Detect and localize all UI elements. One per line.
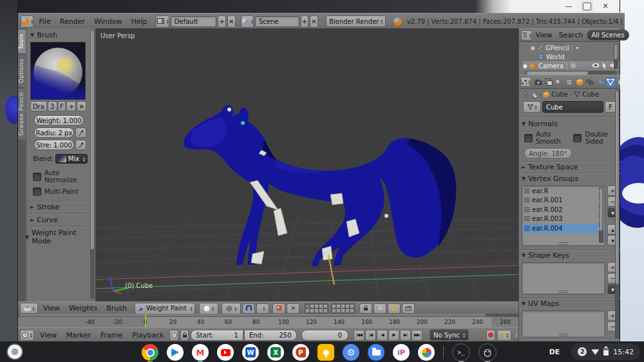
jump-to-end-button[interactable]: ▶▶|	[412, 330, 422, 341]
chrome-icon[interactable]	[142, 344, 158, 361]
pivot-point-select[interactable]: ▴▾	[222, 303, 241, 314]
vertex-groups-panel-header[interactable]: ▼Vertex Groups	[519, 173, 620, 184]
layers-group-2[interactable]	[331, 303, 355, 314]
launcher-button[interactable]	[6, 343, 23, 360]
keyboard-layout-indicator[interactable]: DE	[544, 345, 565, 359]
vertex-group-row[interactable]: ear.R.003	[522, 214, 605, 224]
brush-delete-button[interactable]: ✕	[77, 101, 86, 111]
shape-keys-list[interactable]	[522, 262, 605, 294]
tab-object[interactable]	[575, 77, 585, 87]
linux-terminal-icon[interactable]	[478, 343, 497, 361]
powerpoint-icon[interactable]: P	[292, 344, 309, 361]
next-keyframe-button[interactable]: ▶|	[400, 330, 411, 341]
vertex-group-row[interactable]: ear.R.002	[522, 205, 605, 214]
brush-users-count[interactable]: 3	[48, 101, 57, 111]
minimize-button[interactable]: —	[564, 1, 574, 12]
system-tray[interactable]: 2 15:42	[571, 343, 640, 360]
menu-render[interactable]: Render	[56, 17, 89, 26]
menu-marker[interactable]: Marker	[62, 331, 95, 339]
layers-group-1[interactable]	[305, 303, 328, 314]
outliner-display-filter[interactable]: All Scenes	[587, 30, 629, 41]
screen-layout-name-field[interactable]: Default	[171, 16, 216, 27]
uv-maps-list[interactable]	[522, 310, 605, 338]
menu-help[interactable]: Help	[127, 17, 151, 26]
tab-constraints[interactable]	[585, 77, 595, 87]
end-frame-field[interactable]: End:250	[244, 330, 297, 341]
jump-to-start-button[interactable]: |◀◀	[354, 330, 365, 341]
tab-data[interactable]	[606, 77, 616, 87]
menu-frame[interactable]: Frame	[97, 331, 126, 339]
menu-file[interactable]: File	[35, 17, 54, 26]
tab-world[interactable]	[565, 77, 574, 87]
editor-type-properties-button[interactable]: ▴▾	[520, 77, 531, 87]
auto-smooth-checkbox[interactable]	[524, 134, 533, 142]
stroke-panel-header[interactable]: ►Stroke	[28, 202, 89, 213]
outliner-v-scrollbar[interactable]	[614, 43, 618, 69]
disclosure-icon[interactable]: ●	[523, 63, 527, 69]
tab-grease-pencil[interactable]: Grease Pencil	[18, 88, 26, 139]
tab-render-layers[interactable]	[544, 77, 554, 87]
youtube-icon[interactable]	[217, 344, 234, 361]
auto-keyframe-toggle[interactable]	[486, 330, 495, 341]
brush-panel-header[interactable]: ▼Brush	[28, 30, 89, 41]
uv-maps-panel-header[interactable]: ▼UV Maps	[519, 298, 620, 309]
lock-camera-toggle[interactable]	[359, 303, 372, 314]
brush-add-button[interactable]: +	[66, 101, 76, 111]
scene-delete-button[interactable]: ✕	[310, 15, 318, 28]
brush-fake-user-button[interactable]: F	[58, 101, 66, 111]
timeline-ruler[interactable]: -40-20 020 4060 80100 120140 160180 2002…	[18, 314, 518, 327]
auto-normalize-checkbox[interactable]	[33, 173, 41, 181]
outliner-item-world[interactable]: World	[523, 52, 620, 61]
mesh-name-field[interactable]: Cube	[542, 101, 603, 113]
play-button[interactable]: ▶	[388, 330, 399, 341]
files-icon[interactable]	[368, 344, 384, 361]
snap-toggle[interactable]	[242, 303, 255, 314]
layer-cell[interactable]	[305, 304, 310, 309]
start-frame-field[interactable]: Start:1	[191, 330, 243, 341]
menu-view[interactable]: View	[39, 304, 64, 312]
word-icon[interactable]: W	[242, 344, 259, 361]
prev-keyframe-button[interactable]: |◀	[365, 330, 376, 341]
vgroup-scrollbar[interactable]	[599, 187, 603, 243]
tab-scene[interactable]	[554, 77, 564, 87]
double-sided-checkbox[interactable]	[573, 134, 582, 142]
brush-name-button[interactable]: Dra	[30, 101, 47, 111]
play-reverse-button[interactable]: ◀	[377, 330, 388, 341]
opengl-render-anim-button[interactable]	[287, 303, 299, 314]
outliner-item-camera[interactable]: ● Camera |	[523, 61, 620, 70]
close-button[interactable]: ✕	[600, 1, 611, 12]
tab-tools[interactable]: Tools	[18, 30, 26, 53]
scene-name-field[interactable]: Scene	[255, 16, 299, 27]
selectability-cursor-icon[interactable]	[602, 62, 607, 69]
vertex-group-row[interactable]: ear.R.001	[522, 196, 605, 205]
weight-paint-mode-panel-header[interactable]: ▼Weight Paint Mode	[23, 227, 89, 247]
tab-options[interactable]: Options	[18, 55, 26, 87]
breadcrumb-context-icon[interactable]	[531, 91, 537, 98]
shape-keys-panel-header[interactable]: ▼Shape Keys	[519, 250, 620, 261]
tab-modifiers[interactable]	[596, 77, 605, 87]
infinite-painter-icon[interactable]: iP	[393, 344, 410, 361]
multi-paint-checkbox[interactable]	[33, 187, 41, 196]
manipulator-toggle[interactable]	[374, 303, 386, 314]
properties-scrollbar[interactable]	[615, 90, 620, 339]
menu-window[interactable]: Window	[90, 17, 126, 26]
vertex-group-row[interactable]: ear.R	[522, 186, 605, 196]
blend-mode-select[interactable]: Mix ▴▾	[55, 154, 88, 164]
google-keep-icon[interactable]	[317, 344, 334, 361]
mesh-datablock-browse[interactable]: ▴▾	[523, 101, 541, 113]
strength-slider[interactable]: Stre: 1.000	[34, 140, 74, 150]
layout-add-button[interactable]: +	[218, 15, 226, 28]
scene-add-button[interactable]: +	[301, 15, 309, 28]
preview-range-toggle[interactable]	[169, 330, 178, 341]
maximize-button[interactable]	[583, 3, 591, 10]
radius-pressure-toggle[interactable]	[75, 128, 86, 138]
menu-view-timeline[interactable]: View	[36, 331, 61, 339]
strength-pressure-toggle[interactable]	[75, 140, 86, 150]
render-border-button[interactable]	[402, 303, 415, 314]
texture-space-panel-header[interactable]: ►Texture Space	[519, 162, 620, 173]
render-engine-select[interactable]: Blender Render▴▾	[326, 15, 386, 27]
opengl-render-image-button[interactable]	[272, 303, 285, 314]
mode-select[interactable]: Weight Paint ▴▾	[135, 303, 195, 314]
outliner-item-gpencil[interactable]: ● GPencil | •	[523, 43, 620, 52]
editor-type-timeline-button[interactable]: ▴▾	[20, 330, 34, 341]
